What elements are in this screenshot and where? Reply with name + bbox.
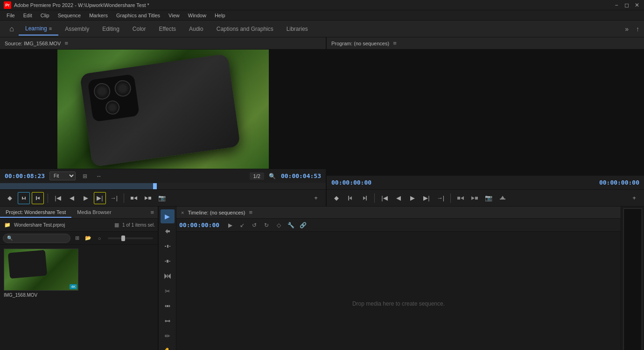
- title-bar-controls: − ◻ ✕: [613, 2, 640, 8]
- search-input[interactable]: [3, 234, 70, 243]
- workspace-tab-editing[interactable]: Editing: [96, 23, 126, 35]
- track-select-tool-button[interactable]: [161, 224, 175, 238]
- timeline-back-button[interactable]: ↙: [237, 220, 247, 230]
- workspace-tab-assembly[interactable]: Assembly: [58, 23, 96, 35]
- workspace-menu-icon[interactable]: ≡: [49, 26, 52, 31]
- prog-step-back[interactable]: ◀: [392, 192, 405, 204]
- bottom-row: Project: Wondershare Test Media Browser …: [0, 207, 644, 350]
- timeline-close-button[interactable]: ×: [181, 210, 184, 215]
- timeline-fwd-button[interactable]: ↻: [261, 220, 272, 230]
- slider-handle[interactable]: [121, 236, 125, 241]
- prog-play[interactable]: ▶: [406, 192, 419, 204]
- camera-bump: [87, 74, 140, 122]
- minimize-button[interactable]: −: [613, 2, 620, 8]
- step-forward-button[interactable]: ▶|: [94, 192, 106, 204]
- add-marker-button[interactable]: ◆: [4, 192, 16, 204]
- svg-rect-20: [165, 246, 166, 247]
- workspace-tab-audio[interactable]: Audio: [182, 23, 210, 35]
- workspace-tab-color[interactable]: Color: [126, 23, 153, 35]
- menu-item-markers[interactable]: Markers: [85, 12, 112, 19]
- rate-stretch-tool-button[interactable]: [161, 269, 175, 283]
- mark-in-button[interactable]: [32, 192, 44, 204]
- step-back-button[interactable]: ◀: [66, 192, 78, 204]
- project-toolbar-right: ▦ 1 of 1 items sel.: [112, 221, 155, 230]
- prog-overwrite[interactable]: [469, 192, 481, 204]
- in-out-button[interactable]: [18, 192, 30, 204]
- menu-item-view[interactable]: View: [165, 12, 183, 19]
- go-to-out-button[interactable]: →|: [108, 192, 120, 204]
- scrubber-handle[interactable]: [153, 183, 157, 189]
- workspace-more-button[interactable]: »: [621, 23, 632, 35]
- source-scrubber[interactable]: [0, 183, 326, 189]
- slip-tool-button[interactable]: [161, 299, 175, 313]
- go-to-in-button[interactable]: |◀: [52, 192, 64, 204]
- prog-add-marker-button[interactable]: ◆: [330, 192, 343, 204]
- menu-item-clip[interactable]: Clip: [37, 12, 53, 19]
- menu-item-graphics-and-titles[interactable]: Graphics and Titles: [112, 12, 164, 19]
- play-button[interactable]: ▶: [80, 192, 92, 204]
- menu-item-edit[interactable]: Edit: [20, 12, 36, 19]
- prog-lift[interactable]: [497, 192, 509, 204]
- slide-tool-button[interactable]: [161, 314, 175, 328]
- menu-bar: FileEditClipSequenceMarkersGraphics and …: [0, 10, 644, 21]
- prog-add-button[interactable]: +: [628, 192, 640, 204]
- svg-marker-31: [169, 305, 170, 307]
- timeline-snap-button[interactable]: ◇: [273, 220, 284, 230]
- export-frame-button[interactable]: 📷: [156, 192, 168, 204]
- channel-right: [633, 210, 640, 350]
- svg-marker-16: [471, 196, 475, 200]
- selection-tool-button[interactable]: ▶: [161, 209, 175, 223]
- icon-circle[interactable]: ○: [95, 234, 104, 243]
- prog-export-frame[interactable]: 📷: [483, 192, 495, 204]
- menu-item-help[interactable]: Help: [211, 12, 229, 19]
- icon-list-view[interactable]: ▦: [112, 221, 121, 230]
- prog-sep-2: [450, 193, 451, 203]
- prog-mark-in-button[interactable]: [344, 192, 357, 204]
- menu-item-file[interactable]: File: [3, 12, 19, 19]
- ripple-edit-tool-button[interactable]: [161, 239, 175, 253]
- project-panel-menu-icon[interactable]: ≡: [150, 209, 158, 216]
- prog-go-to-in[interactable]: |◀: [378, 192, 391, 204]
- slider-track[interactable]: [108, 237, 153, 239]
- menu-item-sequence[interactable]: Sequence: [54, 12, 85, 19]
- fit-dropdown[interactable]: Fit 25% 50% 75% 100%: [49, 171, 76, 180]
- insert-button[interactable]: [128, 192, 140, 204]
- add-button[interactable]: +: [310, 192, 322, 204]
- timeline-menu-icon[interactable]: ≡: [249, 209, 253, 216]
- menu-item-window[interactable]: Window: [184, 12, 210, 19]
- timeline-magnet-button[interactable]: 🔧: [286, 220, 296, 230]
- zoom-icon[interactable]: 🔍: [268, 171, 277, 181]
- workspace-tab-learning[interactable]: Learning≡: [19, 22, 58, 36]
- project-tab-media-browser[interactable]: Media Browser: [71, 207, 117, 218]
- safe-margins-icon[interactable]: ⊞: [80, 171, 90, 181]
- close-button[interactable]: ✕: [634, 2, 640, 8]
- icon-folder[interactable]: 📂: [84, 234, 93, 243]
- program-monitor-menu-icon[interactable]: ≡: [393, 40, 397, 47]
- overwrite-button[interactable]: [142, 192, 154, 204]
- workspace-tab-effects[interactable]: Effects: [153, 23, 182, 35]
- hand-tool-button[interactable]: ✋: [161, 344, 175, 350]
- razor-tool-button[interactable]: ✂: [161, 284, 175, 298]
- timeline-undo-button[interactable]: ↺: [249, 220, 259, 230]
- restore-button[interactable]: ◻: [623, 2, 630, 8]
- settings-icon[interactable]: ↔: [94, 171, 104, 181]
- prog-go-to-out[interactable]: →|: [434, 192, 447, 204]
- prog-insert[interactable]: [455, 192, 467, 204]
- timeline-link-button[interactable]: 🔗: [298, 220, 308, 230]
- workspace-tab-captions-and-graphics[interactable]: Captions and Graphics: [210, 23, 280, 35]
- prog-step-forward[interactable]: ▶|: [420, 192, 433, 204]
- home-button[interactable]: ⌂: [5, 22, 19, 36]
- icon-grid-view[interactable]: ⊞: [72, 234, 82, 243]
- workspace-export-button[interactable]: ↑: [636, 25, 639, 33]
- source-monitor-menu-icon[interactable]: ≡: [64, 40, 68, 47]
- timeline-play-head[interactable]: ▶: [225, 220, 235, 230]
- svg-rect-7: [148, 197, 151, 200]
- rolling-edit-tool-button[interactable]: [161, 254, 175, 268]
- media-thumbnail[interactable]: 4K: [4, 249, 78, 291]
- media-badge: 4K: [70, 284, 77, 289]
- pen-tool-button[interactable]: ✏: [161, 329, 175, 343]
- project-tab-project[interactable]: Project: Wondershare Test: [0, 207, 71, 218]
- workspace-tab-libraries[interactable]: Libraries: [280, 23, 315, 35]
- prog-mark-out-button[interactable]: [358, 192, 371, 204]
- timeline-toolbar: 00:00:00:00 ▶ ↙ ↺ ↻ ◇ 🔧 🔗: [176, 219, 621, 232]
